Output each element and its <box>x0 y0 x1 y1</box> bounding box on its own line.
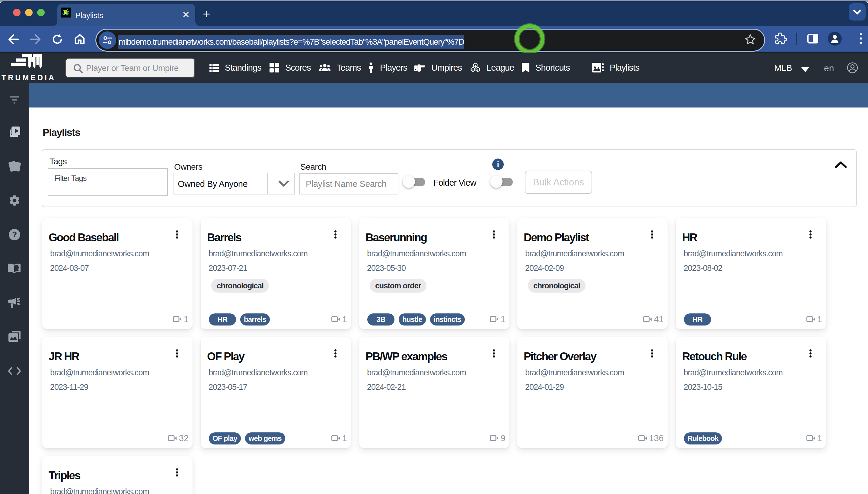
svg-text:?: ? <box>12 230 17 239</box>
